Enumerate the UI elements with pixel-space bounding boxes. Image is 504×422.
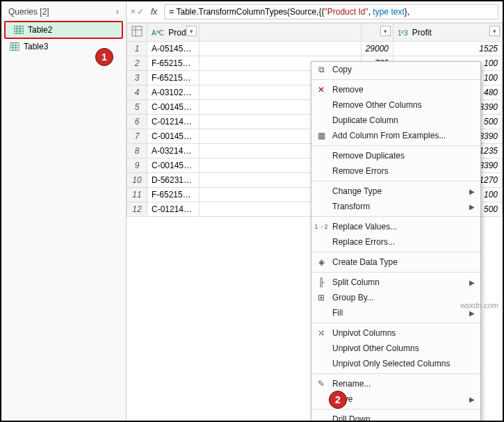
menu-label: Replace Values...: [332, 222, 397, 232]
menu-unpivot-other[interactable]: Unpivot Other Columns: [311, 341, 480, 356]
menu-unpivot-sel[interactable]: Unpivot Only Selected Columns: [311, 356, 480, 371]
cell-product-id[interactable]: F-65215…: [147, 56, 200, 71]
menu-label: Add Column From Examples...: [332, 131, 446, 140]
menu-separator: [311, 373, 480, 374]
col-label: Profit: [412, 28, 432, 38]
menu-change-type[interactable]: Change Type▶: [311, 184, 480, 199]
cell-product-id[interactable]: A-03214…: [147, 144, 200, 159]
menu-replace-err[interactable]: Replace Errors...: [311, 234, 480, 250]
submenu-arrow-icon: ▶: [469, 309, 475, 317]
context-menu: ⧉Copy ✕Remove Remove Other Columns Dupli…: [311, 61, 481, 421]
cell-product-id[interactable]: C-00145…: [147, 159, 200, 173]
menu-add-column[interactable]: ▦Add Column From Examples...: [311, 128, 480, 143]
menu-transform[interactable]: Transform▶: [311, 199, 480, 214]
menu-separator: [311, 216, 480, 217]
cell-product-id[interactable]: C-01214…: [147, 202, 200, 217]
content-area: × ✓ fx = Table.TransformColumnTypes(Sour…: [127, 1, 503, 421]
replace-icon: 1→2: [316, 221, 327, 232]
menu-remove-err[interactable]: Remove Errors: [311, 163, 480, 179]
row-number: 2: [127, 56, 147, 71]
query-item-table2[interactable]: Table2: [4, 21, 123, 39]
table-icon: [14, 26, 24, 34]
text-type-icon: AᴮC: [152, 29, 164, 37]
row-number: 4: [127, 86, 147, 100]
remove-icon: ✕: [316, 84, 327, 95]
fx-label[interactable]: fx: [148, 6, 160, 18]
col-header-profit[interactable]: 1²3 Profit ▾: [393, 24, 503, 42]
col-header-product-id[interactable]: AᴮC Prod… ▾: [147, 24, 200, 42]
row-number: 8: [127, 144, 147, 159]
menu-duplicate[interactable]: Duplicate Column: [311, 113, 480, 128]
nav-arrows: × ✓: [131, 7, 144, 17]
svg-rect-0: [14, 26, 24, 34]
cell-product-id[interactable]: A-03102…: [147, 86, 200, 100]
submenu-arrow-icon: ▶: [469, 203, 475, 211]
menu-remove-dup[interactable]: Remove Duplicates: [311, 148, 480, 163]
query-label: Table2: [28, 25, 52, 35]
cell-profit[interactable]: 1525: [393, 42, 503, 56]
copy-icon: ⧉: [316, 64, 327, 75]
cell-product-id[interactable]: C-00145…: [147, 100, 200, 115]
menu-remove[interactable]: ✕Remove: [311, 82, 480, 97]
row-number: 7: [127, 129, 147, 144]
menu-create-dt[interactable]: ◈Create Data Type: [311, 254, 480, 270]
nav-left-icon[interactable]: ×: [131, 7, 136, 17]
menu-label: Copy: [332, 65, 352, 74]
cell-product-id[interactable]: A-05145…: [147, 42, 200, 56]
row-number: 6: [127, 115, 147, 129]
menu-label: Remove Errors: [332, 166, 389, 176]
formula-type: type text: [373, 7, 404, 17]
menu-label: Fill: [332, 308, 343, 318]
menu-label: Remove: [332, 85, 364, 95]
row-number: 12: [127, 202, 147, 217]
query-label: Table3: [24, 42, 48, 51]
menu-rename[interactable]: ✎Rename...: [311, 376, 480, 391]
formula-text: = Table.TransformColumnTypes(Source,{{: [169, 7, 324, 17]
filter-dropdown-icon[interactable]: ▾: [380, 26, 391, 36]
cell-product-id[interactable]: C-01214…: [147, 115, 200, 129]
cell-product-id[interactable]: D-56231…: [147, 173, 200, 188]
menu-drill[interactable]: Drill Down: [311, 412, 480, 421]
cell-product-id[interactable]: F-65215…: [147, 188, 200, 202]
svg-rect-10: [132, 26, 142, 36]
menu-label: Unpivot Columns: [332, 328, 396, 338]
menu-fill[interactable]: Fill▶: [311, 305, 480, 320]
menu-separator: [311, 409, 480, 409]
data-grid: AᴮC Prod… ▾ ▾ 1²3 Profit ▾: [127, 23, 503, 421]
formula-input[interactable]: = Table.TransformColumnTypes(Source,{{"P…: [164, 4, 498, 19]
submenu-arrow-icon: ▶: [469, 188, 475, 195]
cell-product-id[interactable]: F-65215…: [147, 71, 200, 86]
filter-dropdown-icon[interactable]: ▾: [489, 26, 500, 36]
menu-copy[interactable]: ⧉Copy: [311, 62, 480, 77]
menu-group-by[interactable]: ⊞Group By...: [311, 290, 480, 305]
menu-unpivot[interactable]: ⤭Unpivot Columns: [311, 325, 480, 341]
nav-check-icon[interactable]: ✓: [137, 7, 144, 17]
menu-label: Remove Duplicates: [332, 151, 405, 161]
menu-label: Drill Down: [332, 414, 371, 421]
menu-label: Unpivot Other Columns: [332, 343, 419, 353]
formula-text: },: [405, 7, 409, 17]
sidebar-title: Queries [2]: [8, 7, 49, 17]
submenu-arrow-icon: ▶: [469, 279, 475, 286]
formula-str: "Product Id": [324, 7, 368, 17]
submenu-arrow-icon: ▶: [469, 396, 475, 403]
sidebar-header: Queries [2] ‹: [1, 6, 126, 21]
cell-product-id[interactable]: C-00145…: [147, 129, 200, 144]
callout-badge-1: 1: [95, 48, 113, 66]
table-row[interactable]: 1A-05145…290001525: [127, 42, 503, 56]
cell-value1[interactable]: 29000: [361, 42, 393, 56]
table-icon: ▦: [316, 130, 327, 141]
menu-separator: [311, 323, 480, 323]
menu-label: Transform: [332, 202, 370, 211]
filter-dropdown-icon[interactable]: ▾: [186, 26, 197, 36]
row-number: 1: [127, 42, 147, 56]
menu-split-col[interactable]: ╟Split Column▶: [311, 275, 480, 290]
collapse-icon[interactable]: ‹: [116, 7, 119, 17]
menu-remove-other[interactable]: Remove Other Columns: [311, 97, 480, 113]
menu-label: Create Data Type: [332, 257, 398, 267]
split-icon: ╟: [316, 277, 327, 288]
unpivot-icon: ⤭: [316, 327, 327, 339]
corner-cell[interactable]: [127, 24, 147, 42]
menu-replace-val[interactable]: 1→2Replace Values...: [311, 219, 480, 234]
col-header-hidden2[interactable]: ▾: [361, 24, 393, 42]
